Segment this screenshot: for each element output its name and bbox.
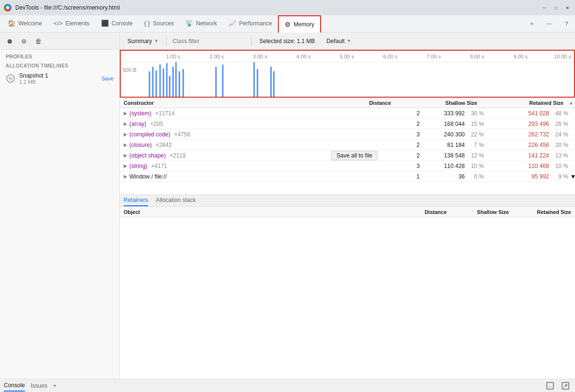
- tab-elements[interactable]: </> Elements: [48, 15, 95, 33]
- tab-performance[interactable]: 📈 Performance: [223, 15, 278, 33]
- summary-select[interactable]: Summary ▼: [124, 37, 162, 45]
- tab-elements-label: Elements: [66, 20, 90, 27]
- undock-icon[interactable]: [560, 380, 571, 392]
- class-filter-input[interactable]: [171, 37, 247, 45]
- svg-rect-7: [166, 63, 168, 97]
- td-shallow-pct: 7 %: [467, 142, 486, 148]
- expand-icon[interactable]: ▶: [124, 163, 127, 168]
- constructor-count: ×2119: [170, 152, 186, 159]
- svg-rect-8: [169, 76, 171, 97]
- svg-rect-10: [175, 62, 177, 97]
- td-retained-size: 541 028: [508, 110, 551, 117]
- timeline-chart[interactable]: 500 B: [121, 62, 574, 97]
- sources-icon: { }: [144, 20, 150, 27]
- axis-label-7: 7.00 s: [401, 54, 444, 59]
- constructor-name: (compiled code): [129, 131, 170, 138]
- th-shallow-size: Shallow Size: [395, 100, 481, 106]
- table-row[interactable]: ▶ (object shape) ×2119 Save all to file …: [120, 150, 575, 161]
- tab-network[interactable]: 📡 Network: [180, 15, 223, 33]
- svg-rect-3: [152, 67, 153, 97]
- table-row[interactable]: ▶ (compiled code) ×4756 3 240 300 22 % 2…: [120, 129, 575, 140]
- table-row[interactable]: ▶ (closure) ×2842 2 81 184 7 % 226 456 2…: [120, 140, 575, 150]
- td-shallow-size: 81 184: [424, 142, 467, 148]
- stop-button[interactable]: ⊗: [18, 35, 30, 47]
- td-retained-pct: 48 %: [551, 110, 570, 117]
- close-button[interactable]: ✕: [564, 4, 571, 11]
- footer: Console Issues +: [0, 379, 575, 392]
- save-all-to-file-button[interactable]: Save all to file: [331, 151, 378, 160]
- constructor-count: ×4756: [174, 131, 190, 138]
- expand-icon[interactable]: ▶: [124, 153, 127, 158]
- th-constructor: Constructor: [120, 100, 356, 106]
- tab-allocation-stack[interactable]: Allocation stack: [156, 195, 196, 206]
- snapshot-save-button[interactable]: Save: [102, 76, 114, 81]
- axis-label-6: 6.00 s: [357, 54, 401, 59]
- default-select[interactable]: Default ▼: [322, 37, 355, 45]
- tab-memory[interactable]: ⚙ Memory: [278, 15, 321, 33]
- footer-tab-issues[interactable]: Issues: [31, 381, 47, 391]
- tab-sources[interactable]: { } Sources: [138, 15, 180, 33]
- td-retained-pct: 13 %: [551, 152, 570, 159]
- sidebar-content: Profiles ALLOCATION TIMELINES % Snapshot…: [0, 50, 119, 379]
- snapshot-item[interactable]: % Snapshot 1 1.1 MB Save: [4, 70, 115, 87]
- toolbar-divider2: [251, 36, 252, 46]
- clear-button[interactable]: 🗑: [33, 35, 44, 47]
- add-tab-button[interactable]: +: [525, 17, 539, 31]
- secondary-toolbar: Summary ▼ Selected size: 1.1 MB Default …: [120, 33, 575, 50]
- td-distance: 2: [385, 110, 424, 117]
- tab-welcome[interactable]: 🏠 Welcome: [2, 15, 48, 33]
- axis-label-1: 1.00 s: [140, 54, 184, 59]
- table-row[interactable]: ▶ Window / file:// 1 36 0 % 95 992 9 % ▼: [120, 171, 575, 182]
- svg-rect-15: [253, 62, 255, 97]
- rth-object: Object: [120, 209, 402, 215]
- svg-rect-5: [160, 65, 161, 97]
- expand-icon[interactable]: ▶: [124, 132, 127, 137]
- tab-welcome-label: Welcome: [18, 20, 42, 27]
- td-retained-pct: 20 %: [551, 142, 570, 148]
- constructor-count: ×11714: [155, 110, 174, 117]
- td-distance: 1: [385, 173, 424, 180]
- home-icon: 🏠: [8, 20, 15, 27]
- td-shallow-size: 333 992: [424, 110, 467, 117]
- axis-label-2: 2.00 s: [184, 54, 227, 59]
- table-row[interactable]: ▶ (system) ×11714 2 333 992 30 % 541 028…: [120, 108, 575, 119]
- axis-label-5: 5.00 s: [313, 54, 357, 59]
- tab-retainers[interactable]: Retainers: [124, 195, 148, 206]
- constructor-name: (closure): [129, 142, 152, 148]
- network-icon: 📡: [185, 20, 193, 27]
- more-tabs-button[interactable]: ⋯: [542, 17, 556, 31]
- svg-text:%: %: [9, 76, 13, 81]
- minimize-button[interactable]: ─: [540, 4, 548, 11]
- dock-icon[interactable]: [544, 380, 556, 392]
- expand-icon[interactable]: ▶: [124, 142, 127, 147]
- td-shallow-pct: 15 %: [467, 121, 486, 127]
- td-distance: 2: [385, 142, 424, 148]
- td-shallow-size: 240 300: [424, 131, 467, 138]
- table-row[interactable]: ▶ (array) ×205 2 168 044 15 % 293 496 26…: [120, 119, 575, 129]
- main-layout: ⏺ ⊗ 🗑 Profiles ALLOCATION TIMELINES % Sn…: [0, 33, 575, 379]
- retainers-header: Object Distance Shallow Size Retained Si…: [120, 207, 575, 217]
- expand-icon[interactable]: ▶: [124, 121, 127, 126]
- title-bar: DevTools - file:///C:/screens/memory.htm…: [0, 0, 575, 15]
- footer-tab-console[interactable]: Console: [4, 380, 25, 392]
- tab-console[interactable]: ⬛ Console: [95, 15, 138, 33]
- td-retained-size: 110 468: [508, 163, 551, 169]
- table-row[interactable]: ▶ (string) ×4171 3 110 428 10 % 110 468 …: [120, 161, 575, 171]
- summary-dropdown-icon: ▼: [154, 38, 159, 44]
- sidebar-toolbar: ⏺ ⊗ 🗑: [0, 33, 119, 50]
- td-shallow-size: 36: [424, 173, 467, 180]
- maximize-button[interactable]: □: [552, 4, 560, 11]
- td-distance: 3: [385, 131, 424, 138]
- expand-icon[interactable]: ▶: [124, 174, 127, 179]
- svg-rect-14: [222, 65, 223, 97]
- help-button[interactable]: ?: [560, 17, 573, 31]
- rth-distance: Distance: [402, 209, 450, 215]
- svg-rect-13: [215, 67, 217, 97]
- tab-network-label: Network: [196, 20, 217, 27]
- footer-add-tab-button[interactable]: +: [53, 381, 57, 391]
- td-constructor-array: ▶ (array) ×205: [120, 121, 385, 127]
- expand-icon[interactable]: ▶: [124, 111, 127, 116]
- svg-rect-17: [270, 67, 272, 97]
- record-button[interactable]: ⏺: [4, 35, 15, 47]
- tab-bar: 🏠 Welcome </> Elements ⬛ Console { } Sou…: [0, 15, 575, 33]
